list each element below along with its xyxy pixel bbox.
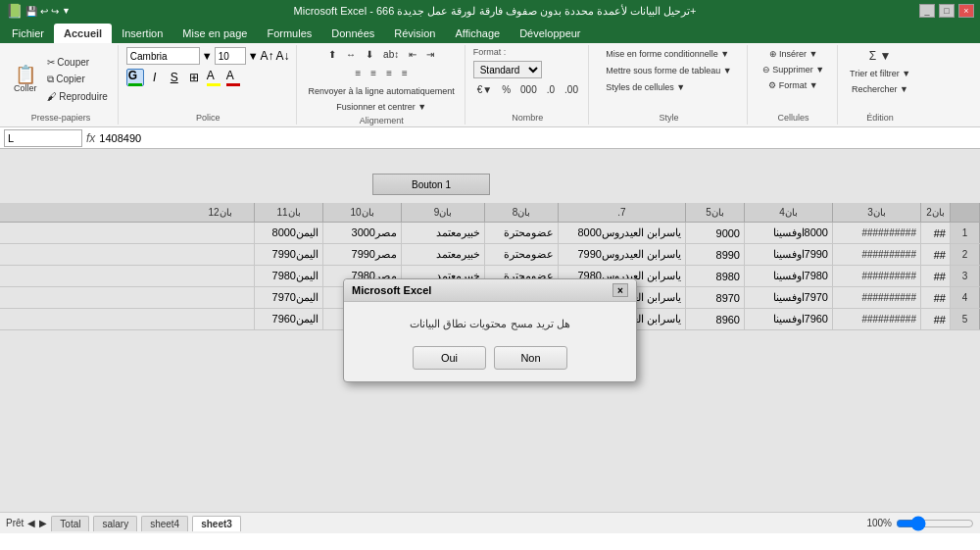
text-orient-btn[interactable]: ab↕: [379, 47, 403, 62]
sort-filter-btn[interactable]: Trier et filtrer ▼: [846, 67, 914, 80]
dialog-title-bar: Microsoft Excel ×: [344, 279, 636, 302]
tab-fichier[interactable]: Fichier: [2, 24, 54, 43]
thousands-btn[interactable]: 000: [516, 82, 541, 97]
spreadsheet: Bouton 1 بان2 بان3 بان4 بان5 7. بان8 بان…: [0, 149, 980, 512]
undo-btn[interactable]: ↩: [40, 6, 48, 17]
status-text: Prêt: [6, 518, 24, 528]
dialog-body: هل تريد مسح محتويات نطاق البيانات: [344, 302, 636, 338]
tab-formules[interactable]: Formules: [257, 24, 321, 43]
save-btn[interactable]: 💾: [25, 6, 37, 17]
sheet-tab-total[interactable]: Total: [51, 516, 89, 531]
dialog-non-btn[interactable]: Non: [494, 346, 567, 370]
italic-btn[interactable]: I: [146, 69, 164, 86]
align-center-btn[interactable]: ≡: [367, 66, 380, 80]
scroll-right-btn[interactable]: ▶: [39, 518, 47, 528]
bold-btn[interactable]: G: [126, 69, 144, 86]
align-left-btn[interactable]: ≡: [351, 66, 365, 80]
couper-btn[interactable]: ✂ Couper: [43, 55, 112, 70]
tab-affichage[interactable]: Affichage: [445, 24, 510, 43]
insert-btn[interactable]: ⊕ Insérer ▼: [765, 47, 822, 61]
copier-btn[interactable]: ⧉ Copier: [43, 72, 112, 87]
align-middle-btn[interactable]: ↔: [342, 47, 360, 62]
minimize-btn[interactable]: _: [919, 4, 935, 18]
redo-btn[interactable]: ↪: [51, 6, 59, 17]
font-size-input[interactable]: [215, 47, 246, 65]
tab-accueil[interactable]: Accueil: [54, 24, 112, 43]
conditional-format-btn[interactable]: Mise en forme conditionnelle ▼: [602, 47, 733, 61]
scroll-left-btn[interactable]: ◀: [27, 518, 35, 528]
format-btn[interactable]: ⚙ Format ▼: [764, 78, 821, 92]
group-edition: Σ ▼ Trier et filtrer ▼ Rechercher ▼ Édit…: [840, 45, 920, 125]
tab-revision[interactable]: Révision: [384, 24, 445, 43]
align-right-btn[interactable]: ≡: [382, 66, 396, 80]
reproduire-btn[interactable]: 🖌 Reproduire: [43, 89, 112, 104]
table-format-btn[interactable]: Mettre sous forme de tableau ▼: [602, 64, 735, 77]
formula-bar: fx: [0, 127, 980, 149]
indent-increase-btn[interactable]: ⇥: [422, 47, 438, 62]
find-btn[interactable]: Rechercher ▼: [848, 82, 912, 96]
underline-btn[interactable]: S: [166, 69, 183, 86]
decimal-down-btn[interactable]: .00: [561, 82, 582, 97]
coller-label: Coller: [14, 83, 37, 93]
status-right: 100%: [866, 516, 974, 531]
group-presse-papiers: 📋 Coller ✂ Couper ⧉ Copier 🖌 Reproduire …: [4, 45, 119, 125]
nombre-label: Nombre: [512, 111, 543, 123]
cell-styles-btn[interactable]: Styles de cellules ▼: [602, 80, 689, 94]
group-cellules: ⊕ Insérer ▼ ⊖ Supprimer ▼ ⚙ Format ▼ Cel…: [750, 45, 838, 125]
sheet-tab-sheet4[interactable]: sheet4: [141, 516, 188, 531]
sum-btn[interactable]: Σ ▼: [865, 47, 896, 65]
font-color-btn[interactable]: A: [224, 69, 242, 86]
cellules-label: Cellules: [777, 111, 808, 123]
cellules-content: ⊕ Insérer ▼ ⊖ Supprimer ▼ ⚙ Format ▼: [759, 47, 828, 111]
indent-decrease-btn[interactable]: ⇤: [405, 47, 420, 62]
sheet-tab-sheet3[interactable]: sheet3: [192, 516, 241, 531]
format-label: Format :: [473, 47, 507, 57]
merge-center-btn[interactable]: Fusionner et centrer ▼: [332, 100, 430, 114]
tab-mise-en-page[interactable]: Mise en page: [172, 24, 257, 43]
name-box[interactable]: [4, 129, 82, 147]
fill-color-btn[interactable]: A: [205, 69, 222, 86]
align-bottom-btn[interactable]: ⬇: [362, 47, 377, 62]
dialog-oui-btn[interactable]: Oui: [413, 346, 486, 370]
delete-btn[interactable]: ⊖ Supprimer ▼: [759, 63, 828, 76]
ribbon: 📋 Coller ✂ Couper ⧉ Copier 🖌 Reproduire …: [0, 43, 980, 127]
police-label: Police: [196, 111, 220, 123]
border-btn[interactable]: ⊞: [185, 69, 203, 86]
align-justify-btn[interactable]: ≡: [398, 66, 412, 80]
wrap-text-btn[interactable]: Renvoyer à la ligne automatiquement: [305, 84, 459, 98]
tab-donnees[interactable]: Données: [321, 24, 384, 43]
number-format-dropdown[interactable]: Standard Nombre Monétaire Date: [473, 61, 542, 78]
window-controls: _ □ ×: [919, 4, 974, 18]
maximize-btn[interactable]: □: [939, 4, 955, 18]
font-name-dropdown-icon[interactable]: ▼: [202, 50, 213, 62]
group-style: Mise en forme conditionnelle ▼ Mettre so…: [591, 45, 748, 125]
currency-btn[interactable]: €▼: [473, 82, 496, 97]
coller-btn[interactable]: 📋 Coller: [10, 64, 41, 95]
close-btn[interactable]: ×: [958, 4, 974, 18]
sheet-tab-salary[interactable]: salary: [93, 516, 137, 531]
increase-font-btn[interactable]: A↑: [261, 49, 274, 63]
tab-developpeur[interactable]: Développeur: [510, 24, 590, 43]
status-bar: Prêt ◀ ▶ Total salary sheet4 sheet3 100%: [0, 512, 980, 533]
dialog-close-btn[interactable]: ×: [612, 283, 628, 297]
tab-insertion[interactable]: Insertion: [112, 24, 172, 43]
police-content: ▼ ▼ A↑ A↓ G I S ⊞ A: [126, 47, 290, 111]
style-label: Style: [659, 111, 678, 123]
style-content: Mise en forme conditionnelle ▼ Mettre so…: [602, 47, 735, 111]
font-size-dropdown-icon[interactable]: ▼: [248, 50, 259, 62]
dialog-buttons: Oui Non: [344, 338, 636, 381]
percent-btn[interactable]: %: [498, 82, 514, 97]
decimal-up-btn[interactable]: .0: [543, 82, 559, 97]
decrease-font-btn[interactable]: A↓: [276, 49, 290, 63]
zoom-slider[interactable]: [896, 516, 974, 531]
font-color-bar: [226, 83, 240, 86]
quick-access-left: 📗 💾 ↩ ↪ ▼: [6, 3, 71, 19]
fx-label: fx: [86, 131, 95, 145]
status-left: Prêt ◀ ▶ Total salary sheet4 sheet3: [6, 516, 241, 531]
align-top-btn[interactable]: ⬆: [324, 47, 340, 62]
alignement-label: Alignement: [360, 114, 404, 125]
qa-dropdown[interactable]: ▼: [62, 6, 71, 16]
formula-input[interactable]: [99, 129, 976, 147]
font-name-input[interactable]: [126, 47, 200, 65]
edition-label: Édition: [866, 111, 894, 123]
